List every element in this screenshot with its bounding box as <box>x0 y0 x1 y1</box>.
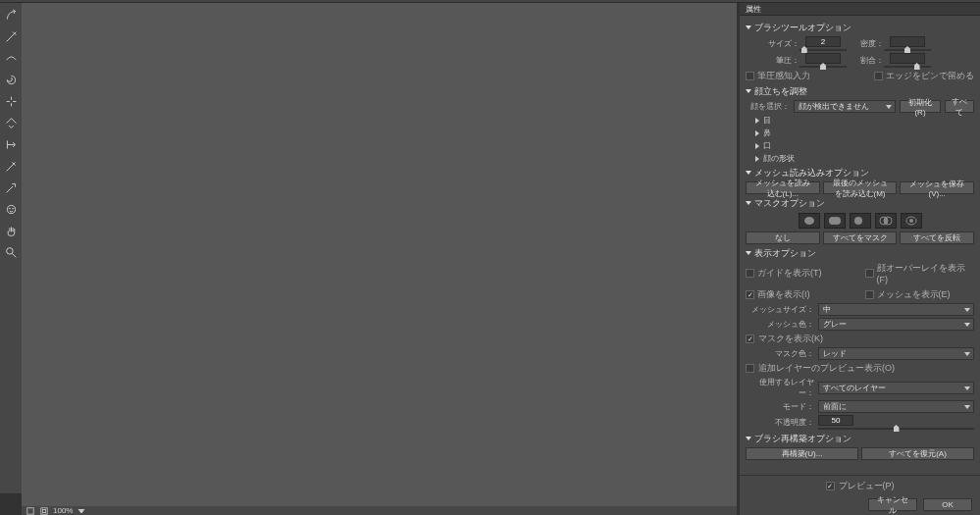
section-view-options[interactable]: 表示オプション <box>746 248 974 260</box>
svg-point-12 <box>884 217 888 225</box>
load-mesh-button[interactable]: メッシュを読み込む(L)... <box>746 181 820 194</box>
use-layer-label: 使用するレイヤー： <box>746 377 814 398</box>
svg-point-1 <box>9 208 10 209</box>
svg-point-7 <box>804 217 814 225</box>
opacity-label: 不透明度： <box>746 417 814 428</box>
bloat-tool[interactable] <box>3 115 19 130</box>
mask-invert-all-button[interactable]: すべてを反転 <box>900 232 974 244</box>
restore-all-button[interactable]: すべてを復元(A) <box>861 447 974 460</box>
face-nose[interactable]: 鼻 <box>755 128 974 138</box>
save-mesh-button[interactable]: メッシュを保存(V)... <box>900 181 974 194</box>
section-reconstruct[interactable]: ブラシ再構築オプション <box>746 434 974 445</box>
rate-input[interactable] <box>890 53 925 64</box>
mode-label: モード： <box>746 401 814 412</box>
pressure-slider[interactable] <box>799 66 847 68</box>
hand-tool[interactable] <box>3 223 19 238</box>
mesh-size-select[interactable]: 中 <box>818 303 974 316</box>
svg-point-14 <box>909 219 913 223</box>
reconstruct-tool[interactable] <box>3 28 19 44</box>
svg-point-3 <box>6 247 13 254</box>
push-left-tool[interactable] <box>3 136 19 152</box>
mesh-color-label: メッシュ色： <box>746 319 814 330</box>
canvas-area[interactable] <box>22 3 737 506</box>
mask-color-label: マスク色： <box>746 348 814 359</box>
use-pressure-checkbox[interactable] <box>746 72 754 80</box>
actual-pixels-icon[interactable] <box>39 507 49 515</box>
mask-none-button[interactable]: なし <box>746 232 820 244</box>
size-slider[interactable] <box>799 49 847 51</box>
face-eyes[interactable]: 目 <box>755 115 974 126</box>
preview-checkbox[interactable] <box>826 482 835 490</box>
density-input[interactable] <box>890 36 925 47</box>
svg-point-2 <box>12 208 13 209</box>
mask-replace-icon[interactable] <box>799 213 820 229</box>
svg-point-9 <box>833 217 841 225</box>
size-label: サイズ： <box>746 38 799 49</box>
rate-label: 割合： <box>847 55 884 66</box>
twirl-tool[interactable] <box>3 72 19 87</box>
size-input[interactable] <box>805 36 841 47</box>
show-guide-checkbox[interactable] <box>746 269 754 278</box>
density-label: 密度： <box>847 38 884 49</box>
mesh-size-label: メッシュサイズ： <box>746 304 814 315</box>
pin-edges-checkbox[interactable] <box>874 72 883 80</box>
mask-color-select[interactable]: レッド <box>818 347 974 360</box>
freeze-mask-tool[interactable] <box>3 158 19 174</box>
ok-button[interactable]: OK <box>923 498 972 511</box>
svg-rect-5 <box>41 507 47 513</box>
load-last-mesh-button[interactable]: 最後のメッシュを読み込む(M) <box>823 181 898 194</box>
section-brush-tool[interactable]: ブラシツールオプション <box>746 23 974 34</box>
status-bar: 100% <box>22 506 737 515</box>
cancel-button[interactable]: キャンセル <box>868 498 917 511</box>
show-face-overlay-checkbox[interactable] <box>865 269 874 278</box>
show-mesh-checkbox[interactable] <box>865 290 874 299</box>
face-select[interactable]: 顔が検出できません <box>794 100 896 113</box>
mask-intersect-icon[interactable] <box>875 213 897 229</box>
face-shape[interactable]: 顔の形状 <box>755 153 974 164</box>
show-image-checkbox[interactable] <box>746 290 754 299</box>
zoom-tool[interactable] <box>3 244 19 260</box>
zoom-value[interactable]: 100% <box>53 506 73 515</box>
svg-rect-6 <box>42 509 45 512</box>
smooth-tool[interactable] <box>3 50 19 66</box>
rate-slider[interactable] <box>884 66 931 68</box>
preview-label: プレビュー(P) <box>839 480 895 492</box>
mask-all-button[interactable]: すべてをマスク <box>823 232 898 244</box>
mode-select[interactable]: 前面に <box>818 400 974 413</box>
face-all-button[interactable]: すべて <box>945 100 974 113</box>
face-tool[interactable] <box>3 201 19 217</box>
svg-rect-4 <box>27 507 33 513</box>
mesh-color-select[interactable]: グレー <box>818 318 974 331</box>
fit-screen-icon[interactable] <box>26 507 35 515</box>
mask-add-icon[interactable] <box>824 213 846 229</box>
face-mouth[interactable]: 口 <box>755 140 974 151</box>
pressure-input[interactable] <box>805 53 841 64</box>
pucker-tool[interactable] <box>3 93 19 109</box>
preview-additional-checkbox[interactable] <box>746 364 754 373</box>
thaw-mask-tool[interactable] <box>3 180 19 195</box>
forward-warp-tool[interactable] <box>3 7 19 23</box>
left-toolbar <box>0 3 22 493</box>
panel-tab[interactable]: 属性 <box>740 3 980 16</box>
pressure-label: 筆圧： <box>746 55 799 66</box>
properties-panel: 属性 ブラシツールオプション サイズ： 密度： 筆圧： 割合： <box>740 3 980 515</box>
face-reset-button[interactable]: 初期化(R) <box>900 100 941 113</box>
mask-subtract-icon[interactable] <box>850 213 871 229</box>
zoom-dropdown-icon[interactable] <box>77 507 86 515</box>
mask-invert-icon[interactable] <box>901 213 922 229</box>
opacity-input[interactable] <box>818 415 853 426</box>
opacity-slider[interactable] <box>818 428 974 430</box>
face-select-label: 顔を選択： <box>746 101 790 112</box>
use-layer-select[interactable]: すべてのレイヤー <box>818 382 974 394</box>
section-face-aware[interactable]: 顔立ちを調整 <box>746 86 974 98</box>
show-mask-checkbox[interactable] <box>746 335 754 343</box>
section-mask-options[interactable]: マスクオプション <box>746 198 974 210</box>
reconstruct-button[interactable]: 再構築(U)... <box>746 447 858 460</box>
density-slider[interactable] <box>884 49 931 51</box>
